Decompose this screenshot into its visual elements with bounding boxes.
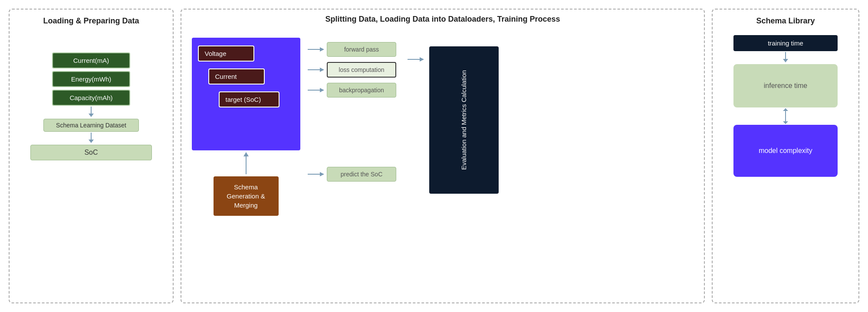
step-loss-computation: loss computation <box>327 62 396 78</box>
arrow-to-predict <box>308 170 325 179</box>
svg-marker-13 <box>320 172 324 176</box>
training-time-box: training time <box>733 35 838 51</box>
arrow-to-backpropagation <box>308 86 325 94</box>
svg-marker-3 <box>89 140 94 143</box>
section-middle-title: Splitting Data, Loading Data into Datalo… <box>188 15 697 24</box>
feature-current: Current(mA) <box>52 52 130 68</box>
section-middle: Splitting Data, Loading Data into Datalo… <box>181 9 705 303</box>
arrow-to-loss-computation <box>308 65 325 74</box>
arrow-features-to-schema <box>85 106 98 119</box>
left-inner: Current(mA) Energy(mWh) Capacity(mAh) Sc… <box>16 31 166 160</box>
section-left-title: Loading & Preparing Data <box>16 16 166 26</box>
arrow-training-to-inference <box>779 51 792 64</box>
svg-marker-20 <box>783 121 788 124</box>
schema-learning-label: Schema Learning Dataset <box>43 119 139 132</box>
arrow-bidir-inference-model <box>779 107 792 125</box>
arrow-to-forward-pass <box>308 45 325 54</box>
svg-marker-9 <box>320 68 324 72</box>
eval-box: Evaluation and Metrics Calculation <box>429 46 499 194</box>
inference-time-box: inference time <box>733 64 838 107</box>
svg-marker-1 <box>89 114 94 117</box>
step-backpropagation: backpropagation <box>327 83 396 98</box>
arrow-schema-gen-to-input <box>240 150 253 176</box>
section-right-title: Schema Library <box>720 16 852 26</box>
model-complexity-box: model complexity <box>733 125 838 177</box>
voltage-box: Voltage <box>198 46 254 62</box>
step-forward-pass: forward pass <box>327 42 396 57</box>
feature-energy: Energy(mWh) <box>52 71 130 87</box>
current-box: Current <box>208 68 265 84</box>
svg-marker-15 <box>420 57 424 62</box>
diagram-container: Loading & Preparing Data Current(mA) Ene… <box>9 9 859 303</box>
right-inner: training time inference time model compl… <box>720 31 852 177</box>
svg-marker-11 <box>320 88 324 92</box>
target-box: target (SoC) <box>219 91 279 107</box>
svg-marker-19 <box>783 108 788 111</box>
svg-marker-7 <box>320 47 324 52</box>
svg-marker-5 <box>243 152 249 156</box>
soc-label: SoC <box>30 145 152 160</box>
blue-input-box: Voltage Current target (SoC) <box>192 38 300 150</box>
schema-gen-box: Schema Generation & Merging <box>214 176 279 216</box>
section-right: Schema Library training time inference t… <box>712 9 859 303</box>
section-left: Loading & Preparing Data Current(mA) Ene… <box>9 9 174 303</box>
feature-boxes: Current(mA) Energy(mWh) Capacity(mAh) <box>52 52 130 106</box>
arrow-steps-to-eval <box>408 55 425 64</box>
arrow-schema-to-soc <box>85 132 98 145</box>
feature-capacity: Capacity(mAh) <box>52 90 130 106</box>
predict-box: predict the SoC <box>327 167 396 182</box>
svg-marker-17 <box>783 59 788 62</box>
